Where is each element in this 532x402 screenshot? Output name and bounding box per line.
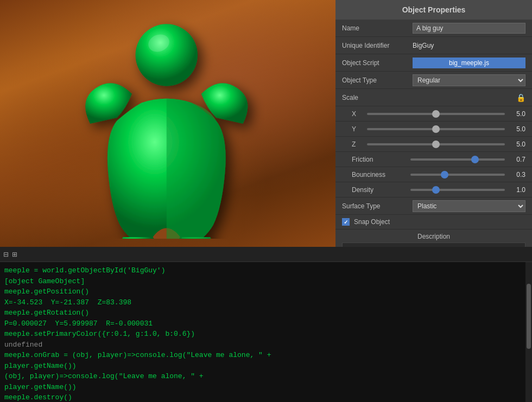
bounciness-label: Bounciness — [352, 171, 406, 178]
name-label: Name — [342, 24, 413, 32]
scrollbar-thumb[interactable] — [527, 284, 531, 349]
console-line-9: meeple.onGrab = (obj, player)=>console.l… — [4, 351, 271, 359]
scale-z-label: Z — [352, 141, 363, 148]
type-select[interactable]: Regular — [413, 74, 525, 86]
console-line-8: undefined — [4, 341, 42, 349]
svg-point-0 — [136, 24, 198, 86]
surface-select[interactable]: Plastic Wood Metal Rubber Cloth — [413, 200, 525, 212]
uid-row: Unique Identifier BigGuy — [335, 37, 532, 54]
console-section: ⊟ ⊞ meeple = world.getObjectById('BigGuy… — [0, 247, 532, 402]
bounciness-value: 0.3 — [509, 171, 525, 178]
bounciness-slider[interactable] — [410, 174, 505, 176]
console-toolbar: ⊟ ⊞ — [0, 247, 532, 262]
scale-z-slider[interactable] — [367, 143, 505, 145]
surface-label: Surface Type — [342, 202, 413, 210]
description-section: Description — [335, 229, 532, 247]
friction-row: Friction 0.7 — [335, 152, 532, 167]
type-row: Object Type Regular — [335, 72, 532, 89]
scale-z-row: Z 5.0 — [335, 137, 532, 152]
script-label: Object Script — [342, 59, 413, 67]
scale-y-label: Y — [352, 125, 363, 133]
type-label: Object Type — [342, 76, 413, 84]
properties-panel: Object Properties Name Unique Identifier… — [335, 0, 532, 247]
friction-slider[interactable] — [410, 158, 505, 161]
scale-y-value: 5.0 — [509, 125, 525, 133]
friction-value: 0.7 — [509, 156, 525, 163]
surface-row: Surface Type Plastic Wood Metal Rubber C… — [335, 197, 532, 215]
bounciness-row: Bounciness 0.3 — [335, 167, 532, 182]
scale-y-row: Y 5.0 — [335, 122, 532, 137]
scale-z-value: 5.0 — [509, 141, 525, 148]
viewport — [0, 0, 335, 247]
scale-x-label: X — [352, 110, 363, 118]
console-line-6: P=0.000027 Y=5.999987 R=-0.000031 — [4, 320, 153, 328]
script-row: Object Script big_meeple.js — [335, 54, 532, 72]
friction-label: Friction — [352, 156, 406, 163]
console-line-1: meeple = world.getObjectById('BigGuy') — [4, 266, 165, 275]
console-line-12: player.getName()) — [4, 383, 77, 391]
console-line-5: meeple.getRotation() — [4, 309, 89, 317]
density-slider[interactable] — [410, 189, 505, 191]
lock-icon[interactable]: 🔒 — [516, 93, 525, 102]
panel-title: Object Properties — [335, 0, 532, 20]
description-label: Description — [342, 233, 525, 240]
meeple-3d — [33, 11, 293, 239]
console-line-11: (obj, player)=>console.log("Leave me alo… — [4, 372, 204, 380]
scale-header: Scale 🔒 — [335, 89, 532, 106]
density-row: Density 1.0 — [335, 182, 532, 197]
console-line-13: meeple.destroy() — [4, 393, 72, 401]
console-line-4: X=-34.523 Y=-21.387 Z=83.398 — [4, 298, 131, 307]
scale-label: Scale — [342, 94, 413, 101]
snap-checkbox[interactable]: ✓ — [342, 218, 350, 226]
console-line-2: [object GameObject] — [4, 277, 85, 285]
description-textarea[interactable] — [342, 243, 525, 247]
scale-x-slider[interactable] — [367, 113, 505, 115]
snap-row: ✓ Snap Object — [335, 215, 532, 229]
console-scrollbar[interactable] — [525, 262, 532, 402]
scale-x-value: 5.0 — [509, 110, 525, 118]
console-line-7: meeple.setPrimaryColor({r:0.1, g:1.0, b:… — [4, 330, 195, 338]
expand-icon[interactable]: ⊞ — [12, 251, 17, 258]
console-line-10: player.getName()) — [4, 362, 77, 370]
uid-label: Unique Identifier — [342, 42, 413, 49]
terminal-icon[interactable]: ⊟ — [3, 251, 9, 258]
name-row: Name — [335, 20, 532, 37]
console-line-3: meeple.getPosition() — [4, 288, 89, 296]
console-output: meeple = world.getObjectById('BigGuy') [… — [0, 262, 532, 402]
scale-y-slider[interactable] — [367, 128, 505, 130]
snap-label: Snap Object — [354, 218, 390, 226]
script-button[interactable]: big_meeple.js — [413, 58, 525, 68]
density-value: 1.0 — [509, 186, 525, 194]
density-label: Density — [352, 186, 406, 194]
uid-value: BigGuy — [413, 42, 525, 49]
scale-x-row: X 5.0 — [335, 106, 532, 122]
name-input[interactable] — [413, 23, 525, 34]
